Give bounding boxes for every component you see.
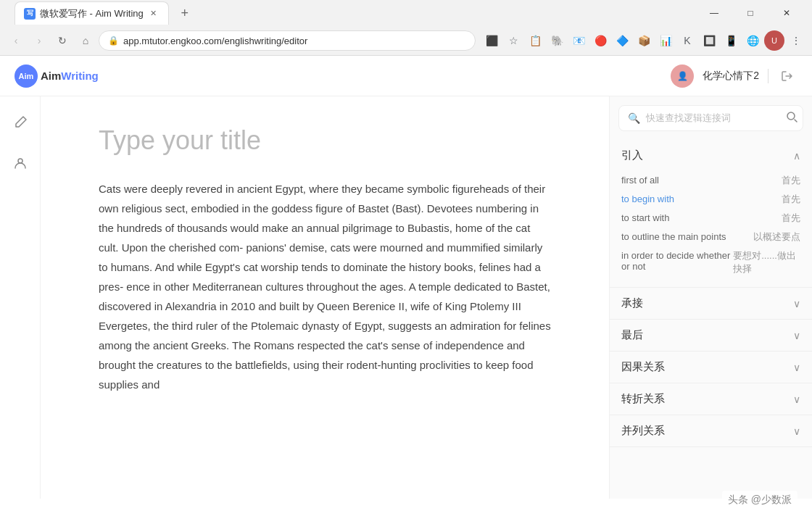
logo-icon: Aim [14, 65, 38, 88]
profile-button[interactable] [6, 149, 35, 178]
phrase-zh-1: 首先 [782, 174, 800, 187]
toolbar-icons: ⬛ ☆ 📋 🐘 📧 🔴 🔷 📦 📊 K 🔲 📱 🌐 U ⋮ [481, 30, 806, 51]
maximize-button[interactable]: □ [734, 0, 767, 26]
edit-button[interactable] [6, 108, 35, 137]
cast-icon[interactable]: ⬛ [481, 30, 502, 51]
phrase-zh-4: 以概述要点 [753, 230, 800, 244]
section-transition: 承接 ∨ [610, 288, 812, 320]
ext3-icon[interactable]: 📧 [568, 30, 589, 51]
ext10-icon[interactable]: 📱 [721, 30, 741, 51]
section-causality-chevron: ∨ [793, 362, 800, 373]
section-causality: 因果关系 ∨ [610, 352, 812, 383]
forward-button[interactable]: › [29, 30, 49, 51]
section-parallel: 并列关系 ∨ [610, 415, 812, 447]
refresh-button[interactable]: ↻ [52, 30, 72, 51]
section-transition-chevron: ∨ [793, 298, 800, 309]
panel-search-placeholder: 快速查找逻辑连接词 [646, 112, 731, 125]
phrase-zh-2: 首先 [782, 193, 800, 206]
ext11-icon[interactable]: 🌐 [742, 30, 763, 51]
logo-writing: Writing [61, 70, 98, 82]
section-finally-header[interactable]: 最后 ∨ [610, 320, 812, 351]
ext6-icon[interactable]: 📦 [634, 30, 654, 51]
user-name: 化学心情下2 [703, 70, 759, 83]
sections-container: 引入 ∧ first of all 首先 to begin with 首先 [610, 140, 812, 447]
ext4-icon[interactable]: 🔴 [590, 30, 610, 51]
section-intro: 引入 ∧ first of all 首先 to begin with 首先 [610, 140, 812, 288]
section-contrast-chevron: ∨ [793, 394, 800, 405]
header-right: 👤 化学心情下2 [671, 65, 798, 88]
section-transition-title: 承接 [621, 296, 643, 310]
menu-button[interactable]: ⋮ [786, 30, 806, 51]
panel-search-icon: 🔍 [628, 112, 640, 124]
phrase-zh-5: 要想对......做出抉择 [733, 249, 800, 275]
panel-search-bar[interactable]: 🔍 快速查找逻辑连接词 [618, 105, 803, 131]
minimize-button[interactable]: — [697, 0, 731, 26]
phrase-en-3: to start with [621, 212, 669, 223]
title-bar: 写 微软爱写作 - Aim Writing ✕ + — □ ✕ [0, 0, 812, 26]
user-avatar-header[interactable]: U [764, 30, 784, 51]
browser-chrome: 写 微软爱写作 - Aim Writing ✕ + — □ ✕ ‹ › ↻ ⌂ … [0, 0, 812, 56]
header-divider [768, 69, 768, 83]
phrase-en-5: in order to decide whether or not [621, 250, 733, 272]
editor-area[interactable]: Type your title Cats were deeply revered… [41, 96, 609, 499]
phrase-en-4: to outline the main points [621, 231, 726, 242]
user-avatar: 👤 [671, 65, 694, 88]
ext7-icon[interactable]: 📊 [655, 30, 676, 51]
address-bar: ‹ › ↻ ⌂ 🔒 app.mtutor.engkoo.com/englishw… [0, 26, 812, 55]
phrase-row-1: first of all 首先 [621, 171, 800, 190]
section-transition-header[interactable]: 承接 ∨ [610, 288, 812, 319]
svg-point-1 [787, 112, 795, 120]
close-button[interactable]: ✕ [770, 0, 803, 26]
section-intro-header[interactable]: 引入 ∧ [610, 140, 812, 171]
active-tab[interactable]: 写 微软爱写作 - Aim Writing ✕ [14, 1, 169, 25]
section-causality-header[interactable]: 因果关系 ∨ [610, 352, 812, 383]
section-intro-chevron: ∧ [793, 150, 800, 162]
url-bar[interactable]: 🔒 app.mtutor.engkoo.com/englishwriting/e… [99, 30, 476, 51]
phrase-en-2: to begin with [621, 194, 674, 204]
tab-title: 微软爱写作 - Aim Writing [40, 7, 144, 20]
phrase-row-5: in order to decide whether or not 要想对...… [621, 246, 800, 278]
section-contrast: 转折关系 ∨ [610, 383, 812, 415]
ext2-icon[interactable]: 🐘 [547, 30, 567, 51]
tab-close-button[interactable]: ✕ [148, 8, 160, 20]
left-sidebar [0, 96, 41, 499]
url-text: app.mtutor.engkoo.com/englishwriting/edi… [123, 36, 466, 46]
logout-button[interactable] [777, 66, 798, 86]
phrase-row-2: to begin with 首先 [621, 190, 800, 209]
section-intro-content: first of all 首先 to begin with 首先 to star… [610, 171, 812, 287]
editor-content[interactable]: Cats were deeply revered in ancient Egyp… [99, 179, 551, 394]
ext1-icon[interactable]: 📋 [525, 30, 545, 51]
watermark: 头条 @少数派 [722, 491, 798, 510]
ext5-icon[interactable]: 🔷 [612, 30, 632, 51]
section-finally-chevron: ∨ [793, 330, 800, 341]
tab-favicon: 写 [24, 8, 36, 20]
app-header: Aim AimWriting 👤 化学心情下2 [0, 56, 812, 96]
phrase-row-3: to start with 首先 [621, 209, 800, 228]
section-contrast-title: 转折关系 [621, 392, 665, 406]
tab-bar: 写 微软爱写作 - Aim Writing ✕ + [9, 0, 201, 26]
logo: Aim AimWriting [14, 65, 99, 88]
home-button[interactable]: ⌂ [75, 30, 96, 51]
phrase-row-4: to outline the main points 以概述要点 [621, 228, 800, 246]
phrase-en-1: first of all [621, 175, 659, 186]
back-button[interactable]: ‹ [6, 30, 26, 51]
bookmark-icon[interactable]: ☆ [503, 30, 523, 51]
lock-icon: 🔒 [108, 36, 119, 46]
ext9-icon[interactable]: 🔲 [699, 30, 719, 51]
main-search-button[interactable] [780, 105, 803, 128]
section-parallel-chevron: ∨ [793, 425, 800, 437]
window-controls: — □ ✕ [697, 0, 803, 26]
main-content: Type your title Cats were deeply revered… [0, 96, 812, 499]
section-finally-title: 最后 [621, 328, 643, 342]
logo-aim: Aim [41, 70, 61, 82]
section-finally: 最后 ∨ [610, 320, 812, 352]
new-tab-button[interactable]: + [175, 3, 195, 23]
ext8-icon[interactable]: K [677, 30, 697, 51]
svg-point-0 [18, 159, 22, 163]
app-container: Aim AimWriting 👤 化学心情下2 [0, 56, 812, 499]
section-contrast-header[interactable]: 转折关系 ∨ [610, 383, 812, 415]
editor-title-placeholder[interactable]: Type your title [99, 125, 551, 156]
section-parallel-title: 并列关系 [621, 424, 665, 438]
section-parallel-header[interactable]: 并列关系 ∨ [610, 415, 812, 446]
right-panel: 🔍 快速查找逻辑连接词 引入 ∧ [609, 96, 812, 499]
